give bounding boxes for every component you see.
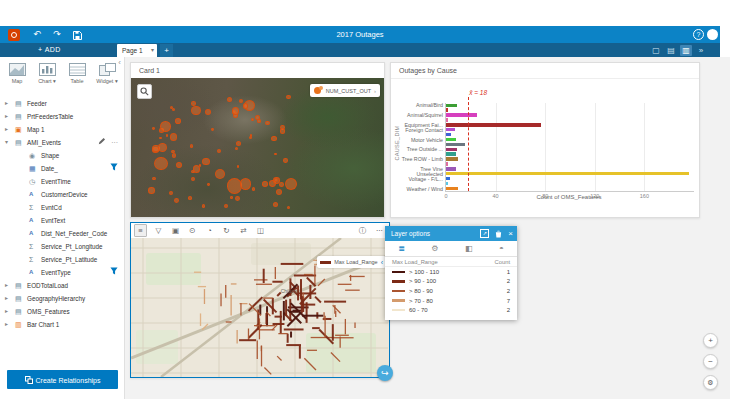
tree-item-oms-features[interactable]: ▸▤OMS_Features	[0, 305, 124, 318]
satellite-map[interactable]: NUM_CUST_OUT ›	[131, 78, 384, 217]
tree-item-customerdevice[interactable]: ACustomerDevice	[0, 188, 124, 201]
popup-tab-icon[interactable]: ◓	[499, 242, 504, 255]
chevron-right-icon[interactable]: ›	[374, 88, 376, 94]
card-flip-button[interactable]: ↪	[377, 365, 393, 381]
bar[interactable]	[446, 157, 458, 160]
settings-gear-button[interactable]: ⚙	[703, 375, 718, 390]
bar[interactable]	[446, 143, 465, 146]
stats-icon[interactable]: ◔	[204, 225, 215, 236]
toolbox-widget-button[interactable]: Widget ▾	[93, 63, 121, 84]
chevron-down-icon[interactable]: ▾	[151, 44, 154, 57]
flip-icon[interactable]: ◫	[255, 225, 266, 236]
bar[interactable]	[446, 152, 456, 155]
new-page-button[interactable]: +	[160, 44, 173, 57]
legend-row[interactable]: > 80 - 902	[385, 286, 517, 296]
rename-icon[interactable]	[98, 136, 106, 149]
bar[interactable]	[446, 182, 448, 185]
bar[interactable]	[446, 177, 450, 180]
trash-icon[interactable]	[495, 230, 502, 238]
tree-item-bar-chart-1[interactable]: ▸▥Bar Chart 1	[0, 318, 124, 331]
add-data-button[interactable]: + ADD	[38, 43, 61, 57]
bar[interactable]	[446, 162, 448, 165]
bar[interactable]	[446, 123, 541, 126]
bar[interactable]	[446, 113, 477, 116]
expand-arrow-icon[interactable]: ▸	[5, 305, 8, 318]
sync-icon[interactable]: ⇄	[238, 225, 249, 236]
tree-item-eventtime[interactable]: ◷EventTime	[0, 175, 124, 188]
collapse-panel-icon[interactable]: »	[695, 45, 707, 56]
toolbox-chart-button[interactable]: Chart ▾	[33, 63, 61, 84]
layout-icon[interactable]: ▤	[665, 45, 677, 56]
filter-icon[interactable]	[110, 266, 118, 279]
tree-item-prtfeederstable[interactable]: ▸▤PrtFeedersTable	[0, 110, 124, 123]
street-map[interactable]: Chillum Max Load_Range ‹	[131, 238, 389, 377]
user-avatar[interactable]	[707, 29, 718, 40]
legend-tab-icon[interactable]: ≣	[398, 242, 405, 255]
expand-arrow-icon[interactable]: ▸	[5, 110, 8, 123]
zoom-out-button[interactable]: −	[703, 354, 718, 369]
bar[interactable]	[446, 133, 451, 136]
options-tab-icon[interactable]: ⚙	[431, 242, 438, 255]
bar[interactable]	[446, 104, 457, 107]
tree-item-date-[interactable]: ▦Date_	[0, 162, 124, 175]
toolbox-table-button[interactable]: Table	[63, 63, 91, 84]
appearance-tab-icon[interactable]: ◧	[465, 242, 473, 255]
legend-row[interactable]: > 90 - 1002	[385, 277, 517, 287]
tree-item-service-pt-longitude[interactable]: ΣService_Pt_Longitude	[0, 240, 124, 253]
bar[interactable]	[446, 172, 689, 175]
select-icon[interactable]: ▣	[170, 225, 181, 236]
zoom-in-button[interactable]: +	[703, 333, 718, 348]
tree-item-evnttext[interactable]: AEvntText	[0, 214, 124, 227]
tree-item-map-1[interactable]: ▸▣Map 1	[0, 123, 124, 136]
zoom-icon[interactable]: ⊙	[187, 225, 198, 236]
page-view-icon[interactable]: ▥	[680, 45, 692, 56]
filter-icon[interactable]	[110, 162, 118, 175]
bar[interactable]	[446, 148, 457, 151]
expand-arrow-icon[interactable]: ▸	[5, 97, 8, 110]
legend-row[interactable]: > 70 - 807	[385, 296, 517, 306]
map-card-2-selected[interactable]: ≡▽▣⊙◔↻⇄◫ⓘ⋯ Chillum Max Load_Range ‹ ↪	[130, 222, 390, 378]
tree-item-evntcd[interactable]: ΣEvntCd	[0, 201, 124, 214]
bar[interactable]	[446, 138, 456, 141]
expand-arrow-icon[interactable]: ▸	[5, 123, 8, 136]
chart-row[interactable]: Weather / Wind	[446, 186, 694, 191]
tree-item-eodtotalload[interactable]: ▸▤EODTotalLoad	[0, 279, 124, 292]
tree-item-service-pt-latitude[interactable]: ΣService_Pt_Latitude	[0, 253, 124, 266]
map-legend-pill[interactable]: Max Load_Range ‹	[317, 256, 386, 268]
card-settings-icon[interactable]: ▢	[650, 45, 662, 56]
close-icon[interactable]: ×	[508, 226, 513, 241]
legend-icon[interactable]: ≡	[134, 224, 147, 237]
bar[interactable]	[446, 187, 458, 190]
map-card-1[interactable]: Card 1 NUM_CUST_OUT ›	[130, 62, 385, 218]
tree-item-shape[interactable]: ◉Shape	[0, 149, 124, 162]
map-search-button[interactable]	[137, 84, 152, 99]
link-icon[interactable]: ↻	[221, 225, 232, 236]
filter-icon[interactable]: ▽	[153, 225, 164, 236]
more-options-icon[interactable]: ⋯	[374, 225, 385, 236]
tree-item-feeder[interactable]: ▸▤Feeder	[0, 97, 124, 110]
expand-arrow-icon[interactable]: ▸	[5, 279, 8, 292]
bar-chart-card[interactable]: Outages by Cause CAUSE_DIM 04080120160An…	[390, 62, 700, 218]
bar[interactable]	[446, 167, 456, 170]
tree-item-geographyhierarchy[interactable]: ▸▤GeographyHierarchy	[0, 292, 124, 305]
tab-page-1[interactable]: Page 1▾	[117, 44, 157, 57]
bar[interactable]	[446, 128, 455, 131]
legend-row[interactable]: 60 - 702	[385, 305, 517, 315]
bar[interactable]	[446, 108, 448, 111]
expand-arrow-icon[interactable]: ▸	[5, 292, 8, 305]
chevron-left-icon[interactable]: ‹	[381, 259, 383, 266]
tree-item-dist-net-feeder-code[interactable]: ADist_Net_Feeder_Code	[0, 227, 124, 240]
help-button[interactable]: ?	[693, 29, 704, 40]
info-icon[interactable]: ⓘ	[357, 225, 368, 236]
create-relationships-button[interactable]: Create Relationships	[7, 370, 118, 389]
collapse-arrow-icon[interactable]: ▾	[5, 136, 8, 149]
legend-row[interactable]: > 100 - 1101	[385, 267, 517, 277]
expand-arrow-icon[interactable]: ▸	[5, 318, 8, 331]
tree-item-ami-events[interactable]: ▾▤AMI_Events⋯	[0, 136, 124, 149]
toolbox-map-button[interactable]: Map	[3, 63, 31, 84]
popout-icon[interactable]: ↗	[480, 229, 489, 238]
bar[interactable]	[446, 118, 448, 121]
style-field-pill[interactable]: NUM_CUST_OUT ›	[310, 84, 380, 97]
tree-item-eventtype[interactable]: AEventType	[0, 266, 124, 279]
more-options-icon[interactable]: ⋯	[111, 136, 118, 149]
